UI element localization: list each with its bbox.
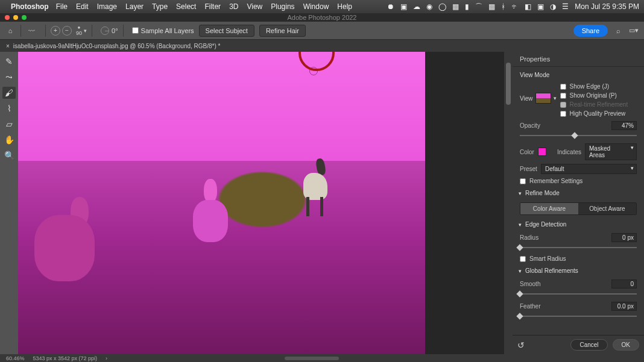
remember-settings-checkbox[interactable]	[520, 178, 526, 184]
overlay-color-swatch[interactable]	[538, 148, 546, 156]
refine-mode-toggle[interactable]: Color Aware Object Aware	[520, 202, 637, 215]
scrollbar-thumb[interactable]	[285, 357, 339, 360]
status-dimensions[interactable]: 5343 px x 3542 px (72 ppi)	[33, 355, 98, 361]
menu-type[interactable]: Type	[152, 2, 168, 11]
cancel-button[interactable]: Cancel	[570, 339, 607, 351]
menu-window[interactable]: Window	[303, 2, 329, 11]
brush-size-value[interactable]: 90	[76, 30, 82, 36]
tray-record-icon[interactable]: ⏺	[387, 2, 394, 11]
radius-slider[interactable]	[520, 245, 637, 250]
smart-radius-checkbox[interactable]	[520, 256, 526, 262]
tray-camera-icon[interactable]: ▣	[400, 2, 407, 11]
checkbox-icon[interactable]	[132, 27, 139, 34]
menu-select[interactable]: Select	[176, 2, 196, 11]
home-icon[interactable]: ⌂	[5, 26, 16, 36]
smooth-slider[interactable]	[520, 292, 637, 296]
chevron-right-icon[interactable]: ›	[106, 355, 107, 361]
tray-battery-icon[interactable]: ◧	[525, 2, 531, 11]
menu-plugins[interactable]: Plugins	[271, 2, 294, 11]
tray-bookmark-icon[interactable]: ▮	[465, 2, 469, 11]
brush-preset-icon[interactable]: 〰	[28, 27, 40, 34]
status-zoom[interactable]: 60.46%	[6, 355, 25, 361]
edge-detection-header[interactable]: ▾ Edge Detection	[517, 217, 639, 231]
canvas-pasteboard	[425, 52, 504, 354]
brush-thumb-icon[interactable]: ●	[78, 25, 81, 30]
reset-icon[interactable]: ↺	[517, 340, 525, 350]
color-aware-segment[interactable]: Color Aware	[520, 203, 578, 214]
menu-layer[interactable]: Layer	[125, 2, 144, 11]
brush-angle-dial[interactable]	[101, 27, 109, 35]
opacity-label: Opacity	[520, 122, 540, 129]
hq-preview-checkbox[interactable]	[560, 111, 566, 117]
menubar-datetime[interactable]: Mon Jul 25 9:35 PM	[575, 2, 639, 11]
tray-bluetooth-icon[interactable]: ᚼ	[501, 2, 505, 11]
tray-grid-icon[interactable]: ▦	[488, 2, 495, 11]
menu-view[interactable]: View	[247, 2, 262, 11]
app-menu[interactable]: Photoshop	[11, 2, 49, 11]
menu-edit[interactable]: Edit	[76, 2, 89, 11]
tray-cc-icon[interactable]: ◉	[426, 2, 432, 11]
hand-tool-icon[interactable]: ✋	[2, 134, 16, 146]
search-icon[interactable]: ⌕	[613, 27, 623, 34]
sample-all-layers-checkbox[interactable]: Sample All Layers	[132, 27, 194, 34]
window-close-button[interactable]	[5, 15, 10, 20]
feather-value[interactable]: 0.0 px	[611, 302, 637, 311]
menu-file[interactable]: File	[56, 2, 68, 11]
window-zoom-button[interactable]	[22, 15, 27, 20]
canvas-scrollbar-horizontal[interactable]	[116, 357, 638, 360]
brush-angle-value[interactable]: 0°	[112, 27, 118, 34]
radius-value[interactable]: 0 px	[611, 233, 637, 242]
quick-select-tool-icon[interactable]: ✎	[2, 55, 16, 67]
menu-image[interactable]: Image	[97, 2, 117, 11]
tray-app-icon[interactable]: ▦	[452, 2, 459, 11]
object-aware-segment[interactable]: Object Aware	[578, 203, 636, 214]
lasso-tool-icon[interactable]: ⌇	[2, 102, 16, 114]
realtime-refinement-checkbox	[560, 102, 566, 108]
window-minimize-button[interactable]	[13, 15, 18, 20]
ok-button[interactable]: OK	[613, 339, 639, 351]
tray-siri-icon[interactable]: ◑	[550, 2, 556, 11]
tray-cloud-icon[interactable]: ☁	[413, 2, 420, 11]
global-refinements-header[interactable]: ▾ Global Refinements	[517, 264, 639, 278]
tray-circle-icon[interactable]: ◯	[438, 2, 446, 11]
indicates-dropdown[interactable]: Masked Areas	[585, 143, 637, 160]
canvas-scrollbar-vertical[interactable]	[504, 52, 513, 354]
refine-hair-button[interactable]: Refine Hair	[259, 25, 306, 37]
show-edge-label: Show Edge (J)	[570, 83, 610, 90]
select-subject-button[interactable]: Select Subject	[199, 25, 254, 37]
document-canvas[interactable]	[18, 52, 425, 354]
properties-tab[interactable]: Properties	[513, 52, 644, 67]
brush-tool-icon[interactable]: 🖌	[2, 87, 16, 99]
polygon-lasso-tool-icon[interactable]: ▱	[2, 118, 16, 130]
workspace-switcher-icon[interactable]: ▭▾	[628, 27, 639, 34]
feather-slider[interactable]	[520, 314, 637, 319]
tray-lang-icon[interactable]: ▣	[537, 2, 544, 11]
chevron-down-icon[interactable]: ▾	[554, 95, 557, 101]
brush-size-increase-button[interactable]: +	[51, 26, 60, 36]
chevron-down-icon: ▾	[519, 268, 522, 274]
refine-edge-brush-tool-icon[interactable]: ⤳	[2, 71, 16, 83]
menu-help[interactable]: Help	[337, 2, 352, 11]
show-original-checkbox[interactable]	[560, 93, 566, 99]
zoom-tool-icon[interactable]: 🔍	[2, 149, 16, 161]
menu-filter[interactable]: Filter	[204, 2, 221, 11]
close-icon[interactable]: ×	[6, 43, 10, 49]
refine-mode-header[interactable]: ▾ Refine Mode	[517, 186, 639, 200]
tray-arc-icon[interactable]: ⌒	[475, 2, 482, 12]
opacity-value[interactable]: 47%	[611, 121, 637, 130]
menu-3d[interactable]: 3D	[229, 2, 238, 11]
indicates-label: Indicates	[557, 149, 581, 155]
view-mode-header: View Mode	[517, 67, 639, 81]
preset-dropdown[interactable]: Default	[541, 164, 637, 174]
scrollbar-thumb[interactable]	[506, 63, 511, 105]
share-button[interactable]: Share	[573, 25, 608, 37]
show-edge-checkbox[interactable]	[560, 84, 566, 90]
brush-size-decrease-button[interactable]: −	[62, 26, 72, 36]
document-tab[interactable]: × isabella-juskova-9aNltHjuOc0-unsplash.…	[0, 40, 227, 52]
smooth-value[interactable]: 0	[611, 279, 637, 289]
tray-wifi-icon[interactable]: ᯤ	[511, 2, 519, 11]
view-mode-thumbnail[interactable]	[535, 93, 551, 104]
tray-control-center-icon[interactable]: ☰	[562, 2, 569, 11]
opacity-slider[interactable]	[520, 133, 637, 138]
chevron-down-icon[interactable]: ▾	[84, 28, 87, 34]
